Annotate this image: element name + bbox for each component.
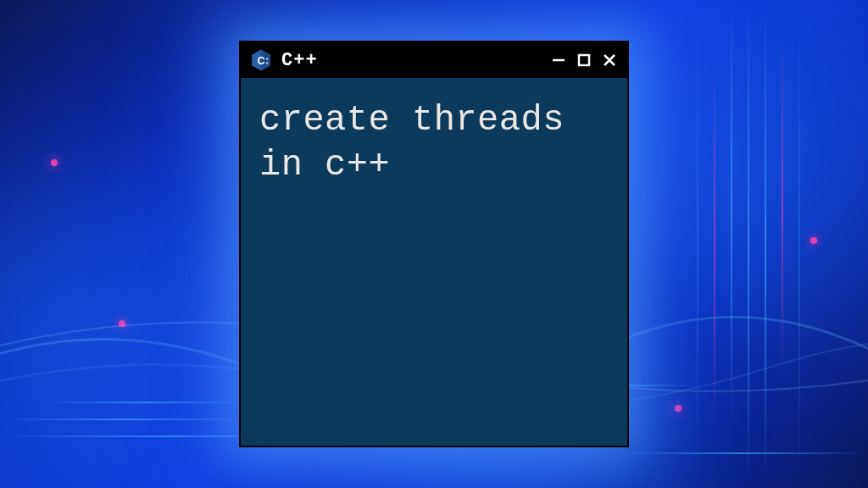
minimize-button[interactable] xyxy=(549,51,568,69)
window-titlebar[interactable]: C + + C++ xyxy=(241,42,627,78)
window-title: C++ xyxy=(281,50,541,71)
close-button[interactable] xyxy=(600,51,619,69)
window-controls xyxy=(549,51,619,69)
svg-text:C: C xyxy=(258,55,265,67)
svg-text:+: + xyxy=(265,60,268,65)
cpp-logo-icon: C + + xyxy=(249,48,273,72)
terminal-content[interactable]: create threads in c++ xyxy=(241,78,627,208)
terminal-window: C + + C++ create threads in c++ xyxy=(239,41,629,447)
svg-rect-6 xyxy=(579,55,589,65)
maximize-button[interactable] xyxy=(575,51,593,69)
